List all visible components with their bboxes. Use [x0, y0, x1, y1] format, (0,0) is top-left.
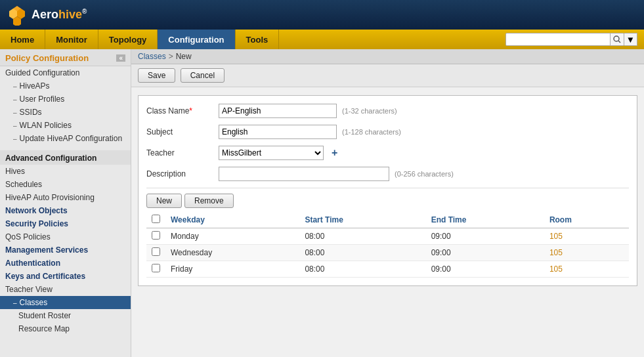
content-area: Classes > New Save Cancel Class Name* (1… — [131, 49, 644, 357]
sidebar-item-user-profiles[interactable]: –User Profiles — [0, 93, 131, 106]
col-header-weekday: Weekday — [165, 212, 299, 228]
class-name-label: Class Name* — [146, 106, 219, 116]
table-row: Wednesday 08:00 09:00 105 — [146, 245, 629, 261]
teacher-add-button[interactable]: + — [329, 147, 340, 159]
sidebar-item-update-hiveap[interactable]: –Update HiveAP Configuration — [0, 132, 131, 145]
sidebar-item-qos-policies[interactable]: QoS Policies — [0, 230, 131, 243]
sidebar-item-hives[interactable]: Hives — [0, 165, 131, 178]
search-input[interactable] — [505, 33, 611, 46]
class-name-row: Class Name* (1-32 characters) — [146, 104, 629, 118]
class-name-hint: (1-32 characters) — [342, 107, 397, 115]
logo-text: Aerohive® — [32, 8, 87, 22]
save-button[interactable]: Save — [138, 68, 175, 83]
nav-tools[interactable]: Tools — [236, 30, 280, 49]
table-row: Friday 08:00 09:00 105 — [146, 261, 629, 278]
row-weekday: Friday — [165, 261, 299, 278]
sidebar-item-ssids[interactable]: –SSIDs — [0, 106, 131, 119]
row-checkbox-cell — [146, 245, 165, 261]
schedule-toolbar: New Remove — [146, 194, 629, 208]
subject-hint: (1-128 characters) — [342, 128, 401, 136]
description-row: Description (0-256 characters) — [146, 167, 629, 181]
teacher-select[interactable]: MissGilbert MrSmith MrsJones — [219, 146, 324, 160]
nav-configuration[interactable]: Configuration — [158, 30, 235, 49]
schedule-new-button[interactable]: New — [146, 194, 182, 208]
row-checkbox-1[interactable] — [152, 247, 160, 256]
row-checkbox-2[interactable] — [152, 264, 160, 272]
logo-icon — [7, 5, 28, 26]
breadcrumb: Classes > New — [131, 49, 644, 64]
col-header-end-time: End Time — [426, 212, 544, 228]
subject-row: Subject (1-128 characters) — [146, 125, 629, 139]
breadcrumb-separator: > — [169, 52, 173, 61]
sidebar-item-classes[interactable]: –Classes — [0, 296, 131, 309]
row-room: 105 — [544, 261, 629, 278]
search-button[interactable] — [611, 33, 624, 46]
nav-search-area: ▼ — [505, 30, 644, 49]
nav-bar: Home Monitor Topology Configuration Tool… — [0, 30, 644, 49]
nav-home[interactable]: Home — [0, 30, 45, 49]
content-toolbar: Save Cancel — [131, 64, 644, 87]
row-end-time: 09:00 — [426, 261, 544, 278]
sidebar-item-guided-configuration[interactable]: Guided Configuration — [0, 66, 131, 79]
breadcrumb-parent[interactable]: Classes — [138, 52, 166, 61]
sidebar-collapse-button[interactable]: « — [116, 54, 125, 62]
schedule-remove-button[interactable]: Remove — [184, 194, 234, 208]
row-start-time: 08:00 — [299, 228, 425, 245]
row-checkbox-cell — [146, 228, 165, 245]
sidebar-item-teacher-view[interactable]: Teacher View — [0, 283, 131, 296]
table-row: Monday 08:00 09:00 105 — [146, 228, 629, 245]
sidebar-item-hiveaps[interactable]: –HiveAPs — [0, 79, 131, 93]
row-start-time: 08:00 — [299, 261, 425, 278]
row-room: 105 — [544, 228, 629, 245]
main-layout: Policy Configuration « Guided Configurat… — [0, 49, 644, 357]
sidebar-item-network-objects[interactable]: Network Objects — [0, 204, 131, 217]
col-header-room: Room — [544, 212, 629, 228]
svg-point-4 — [614, 36, 619, 41]
search-dropdown-button[interactable]: ▼ — [624, 33, 637, 46]
select-all-checkbox[interactable] — [152, 215, 160, 223]
sidebar-section-title: Policy Configuration « — [0, 49, 131, 66]
breadcrumb-current: New — [176, 52, 192, 61]
sidebar: Policy Configuration « Guided Configurat… — [0, 49, 131, 357]
cancel-button[interactable]: Cancel — [181, 68, 225, 83]
svg-line-5 — [618, 41, 620, 43]
sidebar-item-authentication[interactable]: Authentication — [0, 257, 131, 270]
sidebar-advanced-title: Advanced Configuration — [0, 150, 131, 165]
form-panel: Class Name* (1-32 characters) Subject (1… — [138, 95, 637, 286]
sidebar-item-wlan-policies[interactable]: –WLAN Policies — [0, 119, 131, 132]
sidebar-item-hiveap-auto[interactable]: HiveAP Auto Provisioning — [0, 191, 131, 204]
top-bar: Aerohive® — [0, 0, 644, 30]
row-weekday: Monday — [165, 228, 299, 245]
row-room: 105 — [544, 245, 629, 261]
sidebar-item-student-roster[interactable]: Student Roster — [0, 309, 131, 322]
sidebar-item-resource-map[interactable]: Resource Map — [0, 322, 131, 335]
col-header-checkbox — [146, 212, 165, 228]
logo: Aerohive® — [7, 5, 87, 26]
subject-label: Subject — [146, 127, 219, 136]
sidebar-item-security-policies[interactable]: Security Policies — [0, 217, 131, 230]
schedule-table: Weekday Start Time End Time Room Monday … — [146, 212, 629, 278]
row-weekday: Wednesday — [165, 245, 299, 261]
row-checkbox-cell — [146, 261, 165, 278]
nav-monitor[interactable]: Monitor — [45, 30, 98, 49]
form-divider — [146, 188, 629, 188]
form-container: Class Name* (1-32 characters) Subject (1… — [131, 87, 644, 294]
teacher-select-row: MissGilbert MrSmith MrsJones + — [219, 146, 340, 160]
row-end-time: 09:00 — [426, 245, 544, 261]
description-input[interactable] — [219, 167, 389, 181]
sidebar-item-schedules[interactable]: Schedules — [0, 178, 131, 191]
teacher-row: Teacher MissGilbert MrSmith MrsJones + — [146, 146, 629, 160]
description-hint: (0-256 characters) — [395, 170, 454, 178]
search-icon — [613, 35, 621, 43]
row-start-time: 08:00 — [299, 245, 425, 261]
nav-topology[interactable]: Topology — [98, 30, 158, 49]
sidebar-item-management-services[interactable]: Management Services — [0, 243, 131, 257]
class-name-input[interactable] — [219, 104, 337, 118]
row-checkbox-0[interactable] — [152, 231, 160, 240]
row-end-time: 09:00 — [426, 228, 544, 245]
description-label: Description — [146, 169, 219, 178]
sidebar-item-keys-certificates[interactable]: Keys and Certificates — [0, 270, 131, 283]
subject-input[interactable] — [219, 125, 337, 139]
teacher-label: Teacher — [146, 148, 219, 158]
col-header-start-time: Start Time — [299, 212, 425, 228]
